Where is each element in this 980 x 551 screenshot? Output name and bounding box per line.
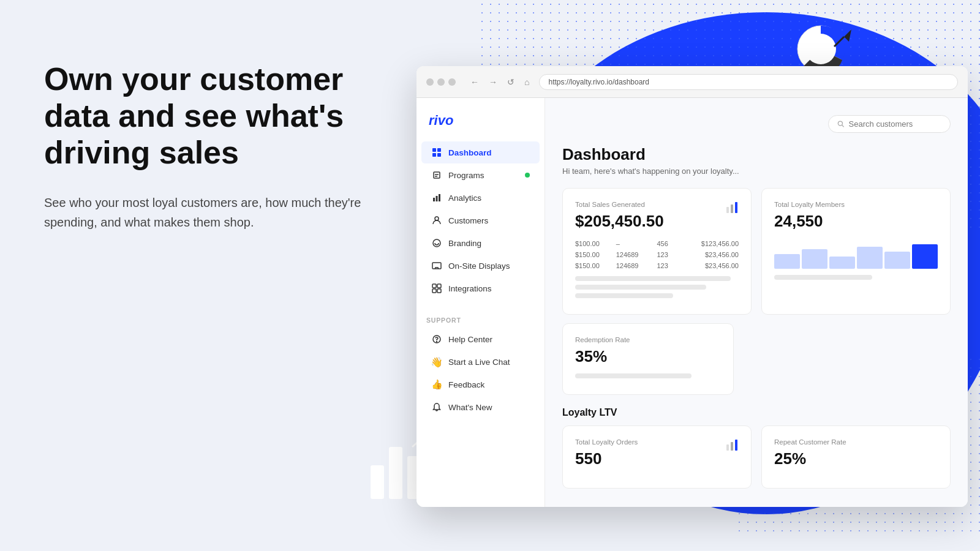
sidebar-item-programs[interactable]: Programs — [421, 164, 540, 186]
card-table: $100.00 – 456 $123,456.00 $150.00 124689… — [575, 238, 739, 271]
chart-bar — [912, 244, 938, 269]
svg-rect-28 — [731, 204, 733, 213]
card-label: Redemption Rate — [575, 336, 721, 343]
svg-rect-14 — [436, 196, 438, 201]
table-row: $150.00 124689 123 $23,456.00 — [575, 249, 739, 260]
chat-icon: 👋 — [431, 356, 442, 367]
svg-rect-5 — [389, 447, 402, 499]
support-section-label: SUPPORT — [417, 307, 545, 328]
programs-icon — [431, 170, 442, 181]
svg-point-1 — [805, 34, 836, 64]
card-value: $205,450.50 — [575, 212, 664, 231]
card-label: Total Loyalty Members — [774, 201, 845, 208]
svg-point-25 — [838, 121, 842, 126]
sidebar-item-onsite[interactable]: On-Site Displays — [421, 255, 540, 277]
hero-section: Own your customer data and see what's dr… — [44, 61, 375, 232]
main-nav: Dashboard Programs — [417, 141, 545, 299]
branding-icon — [431, 238, 442, 249]
browser-maximize-dot — [448, 78, 456, 86]
svg-rect-20 — [437, 284, 441, 288]
svg-point-24 — [437, 342, 437, 342]
chart-bar — [829, 257, 855, 269]
svg-rect-11 — [432, 153, 436, 157]
sidebar-item-label: Help Center — [448, 335, 492, 344]
dashboard-subtitle: Hi team, here's what's happening on your… — [562, 167, 951, 176]
browser-address-bar[interactable]: https://loyalty.rivo.io/dashboard — [539, 74, 958, 90]
search-box[interactable] — [828, 115, 951, 133]
card-label: Total Sales Generated — [575, 201, 664, 208]
analytics-icon — [431, 192, 442, 203]
sidebar-item-label: Feedback — [448, 380, 484, 389]
table-row: $150.00 124689 123 $23,456.00 — [575, 260, 739, 271]
sidebar-item-branding[interactable]: Branding — [421, 232, 540, 254]
svg-rect-30 — [726, 444, 729, 451]
sidebar-item-label: On-Site Displays — [448, 261, 510, 271]
sidebar-item-integrations[interactable]: Integrations — [421, 277, 540, 299]
browser-back-button[interactable]: ← — [468, 76, 481, 88]
svg-rect-15 — [439, 194, 440, 201]
sidebar-item-label: Programs — [448, 171, 484, 180]
browser-window-controls — [426, 78, 456, 86]
sidebar-item-label: Start a Live Chat — [448, 358, 510, 367]
feedback-icon: 👍 — [431, 379, 442, 390]
svg-rect-19 — [432, 284, 436, 288]
sidebar-item-label: Analytics — [448, 193, 481, 203]
browser-refresh-button[interactable]: ↺ — [505, 76, 517, 88]
sidebar-item-label: Customers — [448, 216, 488, 225]
total-loyalty-orders-card: Total Loyalty Orders 550 — [562, 425, 752, 489]
browser-window: ← → ↺ ⌂ https://loyalty.rivo.io/dashboar… — [417, 66, 968, 507]
chart-bar — [802, 249, 827, 269]
card-label: Repeat Customer Rate — [774, 438, 846, 446]
card-value: 25% — [774, 449, 846, 468]
sidebar-item-feedback[interactable]: 👍 Feedback — [421, 373, 540, 395]
sidebar-item-label: Dashboard — [448, 148, 492, 157]
svg-rect-21 — [432, 289, 436, 293]
mini-chart — [774, 244, 938, 269]
svg-rect-32 — [735, 440, 737, 451]
logo: rivo — [417, 108, 545, 141]
integrations-icon — [431, 283, 442, 294]
svg-rect-12 — [437, 153, 441, 157]
sidebar-item-livechat[interactable]: 👋 Start a Live Chat — [421, 351, 540, 373]
sidebar-item-analytics[interactable]: Analytics — [421, 187, 540, 209]
svg-marker-2 — [844, 29, 851, 42]
skeleton-bar — [575, 373, 692, 378]
card-value: 24,550 — [774, 212, 845, 231]
main-content: Dashboard Hi team, here's what's happeni… — [545, 98, 968, 507]
programs-badge — [525, 173, 530, 178]
browser-forward-button[interactable]: → — [486, 76, 500, 88]
skeleton-bar — [575, 285, 706, 290]
search-input[interactable] — [849, 119, 941, 129]
card-value: 550 — [575, 449, 638, 468]
total-sales-card: Total Sales Generated $205,450.50 — [562, 188, 752, 315]
svg-line-26 — [842, 125, 844, 127]
chart-bar — [857, 247, 883, 269]
browser-nav-buttons: ← → ↺ ⌂ — [468, 76, 532, 88]
card-value: 35% — [575, 347, 721, 366]
ltv-section-title: Loyalty LTV — [562, 407, 951, 418]
topbar — [562, 115, 951, 133]
svg-rect-31 — [731, 442, 733, 451]
support-nav: SUPPORT Help Center 👋 Start a Live Chat — [417, 307, 545, 418]
sidebar-item-whatsnew[interactable]: What's New — [421, 396, 540, 418]
browser-minimize-dot — [437, 78, 445, 86]
browser-home-button[interactable]: ⌂ — [522, 76, 532, 88]
chart-bar — [774, 254, 800, 269]
sidebar-item-label: Branding — [448, 239, 481, 248]
bell-icon — [431, 402, 442, 413]
svg-rect-27 — [726, 207, 729, 213]
skeleton-bar — [774, 275, 872, 280]
svg-rect-9 — [432, 148, 436, 152]
sidebar-item-help[interactable]: Help Center — [421, 328, 540, 350]
sidebar-item-customers[interactable]: Customers — [421, 209, 540, 231]
browser-close-dot — [426, 78, 434, 86]
svg-rect-4 — [371, 465, 384, 499]
card-header: Total Loyalty Orders 550 — [575, 438, 739, 476]
sidebar-item-dashboard[interactable]: Dashboard — [421, 141, 540, 163]
card-label: Total Loyalty Orders — [575, 438, 638, 446]
dashboard-icon — [431, 147, 442, 158]
redemption-section: Redemption Rate 35% — [562, 323, 951, 395]
sidebar-item-label: What's New — [448, 403, 492, 412]
svg-point-17 — [433, 239, 440, 247]
svg-point-16 — [435, 217, 439, 220]
